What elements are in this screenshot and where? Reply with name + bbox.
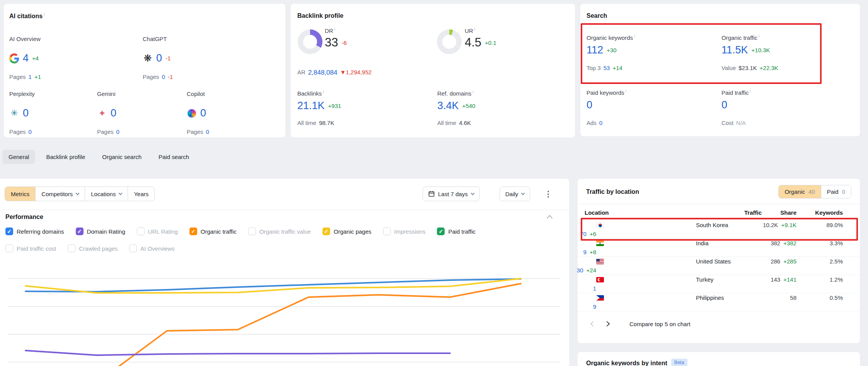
checkbox-icon — [5, 245, 13, 252]
main-panel: MetricsCompetitorsLocationsYears Last 7 … — [0, 179, 569, 366]
ai-value: 0 — [156, 52, 162, 64]
keywords-cell: 1 — [585, 285, 596, 292]
flag-india-icon — [596, 241, 604, 246]
info-icon[interactable]: i — [334, 27, 335, 31]
column-header-keywords: Keywords — [796, 209, 843, 216]
segment-locations[interactable]: Locations — [85, 187, 128, 201]
metric-checkbox-organic-pages[interactable]: ✓Organic pages — [322, 227, 372, 235]
organic-traffic-value[interactable]: 11.5K — [721, 44, 748, 56]
filter-segmented-control: MetricsCompetitorsLocationsYears — [5, 186, 155, 201]
ai-value: 0 — [111, 107, 116, 119]
metric-checkbox-organic-traffic-value[interactable]: Organic traffic value — [248, 227, 311, 235]
metric-checkbox-domain-rating[interactable]: ✓Domain Rating — [76, 227, 125, 235]
location-row-india[interactable]: India382+3823.3%9+8 — [578, 239, 860, 257]
traffic-by-location-title: Traffic by location — [586, 188, 639, 195]
location-name: India — [696, 240, 762, 246]
toggle-paid[interactable]: Paid0 — [821, 185, 851, 198]
column-header-share: Share — [762, 209, 796, 216]
traffic-cell: 10.2K+9.1K — [762, 222, 796, 228]
info-icon[interactable]: i — [474, 27, 475, 31]
keywords-link[interactable]: 30 — [577, 267, 583, 274]
ai-value: 0 — [200, 107, 206, 119]
location-row-turkey[interactable]: Turkey143+1411.2%1 — [578, 275, 860, 293]
checkbox-icon — [248, 227, 256, 235]
keywords-link[interactable]: 1 — [593, 285, 596, 292]
ai-delta: +4 — [32, 55, 39, 62]
organic-keywords-value[interactable]: 112 — [587, 44, 603, 56]
chevron-down-icon — [76, 191, 80, 195]
intent-title: Organic keywords by intent — [586, 360, 667, 366]
info-icon[interactable]: i — [323, 90, 324, 94]
prev-page-chevron-icon[interactable] — [586, 317, 600, 331]
segment-years[interactable]: Years — [128, 187, 154, 201]
metric-checkbox-organic-traffic[interactable]: ✓Organic traffic — [189, 227, 237, 235]
ur-delta: +0.1 — [485, 39, 496, 46]
performance-line-chart — [8, 264, 561, 366]
ai-citations-card: AI citationsi AI Overview4+4Pages1+1Chat… — [4, 4, 285, 137]
location-row-united-states[interactable]: United States286+2852.5%30+24 — [578, 257, 860, 275]
granularity-button[interactable]: Daily — [500, 186, 530, 201]
metric-checkbox-url-rating[interactable]: URL Rating — [137, 227, 178, 235]
ai-pages-value[interactable]: 0 — [162, 74, 165, 80]
ur-stat: URi 4.5+0.1 — [465, 27, 496, 50]
metric-checkbox-impressions[interactable]: Impressions — [383, 227, 426, 235]
ur-donut — [437, 29, 462, 54]
keywords-link[interactable]: 70 — [580, 231, 587, 237]
ai-pages-value[interactable]: 0 — [29, 128, 32, 135]
dr-delta: -6 — [341, 39, 346, 46]
collapse-chevron-up-icon[interactable] — [547, 215, 553, 221]
checkbox-icon: ✓ — [76, 227, 84, 235]
location-name: Philippines — [696, 294, 762, 301]
metric-checkbox-ai-overviews[interactable]: AI Overviews — [129, 245, 174, 252]
segment-metrics[interactable]: Metrics — [5, 187, 35, 201]
checkbox-icon: ✓ — [437, 227, 445, 235]
paid-traffic-value[interactable]: 0 — [721, 99, 727, 111]
metric-checkbox-crawled-pages[interactable]: Crawled pages — [68, 245, 118, 252]
info-icon[interactable]: i — [750, 89, 751, 93]
dr-stat: DRi 33-6 — [325, 27, 347, 50]
backlink-profile-title: Backlink profile — [297, 12, 568, 19]
info-icon[interactable]: i — [626, 89, 626, 93]
info-icon[interactable]: i — [472, 90, 473, 94]
metric-checkbox-referring-domains[interactable]: ✓Referring domains — [5, 227, 64, 235]
keywords-link[interactable]: 9 — [583, 249, 587, 255]
info-icon[interactable]: i — [759, 34, 759, 38]
info-icon[interactable]: i — [634, 34, 635, 38]
share-cell: 89.0% — [796, 222, 843, 228]
tab-organic-search[interactable]: Organic search — [96, 150, 148, 164]
ref-domains-value[interactable]: 3.4K — [437, 100, 459, 112]
ar-value[interactable]: 2,848,084 — [308, 69, 338, 77]
ai-pages-value[interactable]: 1 — [29, 74, 32, 80]
chevron-down-icon — [471, 191, 474, 195]
metric-checkbox-paid-traffic[interactable]: ✓Paid traffic — [437, 227, 476, 235]
ai-stat-perplexity: Perplexity✳︎0Pages0 — [9, 91, 35, 135]
compare-top5-link[interactable]: Compare top 5 on chart — [629, 321, 691, 327]
location-name: Turkey — [696, 276, 762, 283]
paid-keywords-value[interactable]: 0 — [587, 99, 592, 111]
checkbox-icon — [129, 245, 137, 252]
keywords-link[interactable]: 9 — [593, 303, 596, 310]
ai-pages-value[interactable]: 0 — [206, 128, 209, 135]
keywords-cell: 9+8 — [585, 249, 596, 255]
info-icon[interactable]: i — [44, 12, 44, 17]
tab-paid-search[interactable]: Paid search — [152, 150, 195, 164]
tab-backlink-profile[interactable]: Backlink profile — [40, 150, 91, 164]
location-row-south-korea[interactable]: South Korea10.2K+9.1K89.0%70+6 — [578, 221, 860, 239]
paid-keywords-stat: Paid keywordsi 0 Ads 0 — [587, 89, 626, 126]
dr-donut — [298, 29, 322, 54]
metric-checkbox-paid-traffic-cost[interactable]: Paid traffic cost — [5, 245, 56, 252]
location-name: South Korea — [696, 222, 762, 228]
ref-domains-stat: Ref. domainsi 3.4K+540 All time4.6K — [437, 90, 475, 126]
flag-turkey-icon — [596, 277, 604, 282]
backlinks-value[interactable]: 21.1K — [297, 100, 325, 112]
checkbox-icon — [68, 245, 75, 252]
toggle-organic[interactable]: Organic40 — [779, 185, 820, 198]
next-page-chevron-icon[interactable] — [600, 317, 614, 331]
ar-delta: ▼1,294,952 — [340, 69, 372, 77]
segment-competitors[interactable]: Competitors — [35, 187, 85, 201]
location-row-philippines[interactable]: Philippines580.5%9 — [578, 293, 860, 311]
more-options-kebab-icon[interactable] — [544, 190, 552, 199]
date-range-button[interactable]: Last 7 days — [423, 186, 480, 201]
ai-pages-value[interactable]: 0 — [116, 128, 119, 135]
tab-general[interactable]: General — [2, 150, 35, 164]
